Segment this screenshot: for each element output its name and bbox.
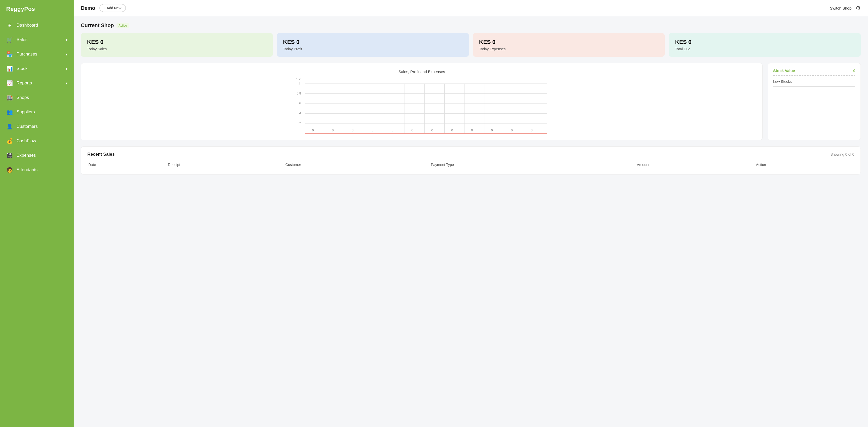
sales-table: Date Receipt Customer Payment Type Amoun… [87,161,854,169]
chevron-down-icon: ▾ [66,67,67,71]
svg-text:0.4: 0.4 [297,111,301,115]
svg-text:1.2: 1.2 [296,78,301,81]
svg-text:0: 0 [332,129,334,132]
shop-name: Demo [81,5,95,11]
sales-header: Recent Sales Showing 0 of 0 [87,152,854,157]
main-content: Demo + Add New Switch Shop ⚙ Current Sho… [74,0,868,427]
stock-value-title: Stock Value 0 [773,68,855,73]
col-payment-type: Payment Type [430,161,636,169]
chart-card: Sales, Profit and Expenses 0 0.2 0.4 0.6… [81,63,763,140]
today-expenses-label: Today Expenses [479,47,659,51]
sidebar-item-sales[interactable]: 🛒 Sales ▾ [0,33,74,47]
sidebar-item-stock[interactable]: 📊 Stock ▾ [0,61,74,76]
today-expenses-amount: KES 0 [479,39,659,45]
current-shop-heading: Current Shop Active [81,23,861,28]
sidebar-item-label: Shops [17,95,29,100]
cashflow-icon: 💰 [6,138,13,144]
svg-text:0: 0 [471,129,473,132]
sidebar-item-dashboard[interactable]: ⊞ Dashboard [0,18,74,33]
sidebar-item-label: CashFlow [17,138,36,143]
stat-card-today-sales: KES 0 Today Sales [81,33,273,57]
sidebar: ReggyPos ⊞ Dashboard 🛒 Sales ▾ 🏪 Purchas… [0,0,74,427]
sidebar-item-customers[interactable]: 👤 Customers [0,119,74,134]
low-stocks-label: Low Stocks [773,79,855,84]
shops-icon: 🏬 [6,95,13,101]
svg-text:0: 0 [300,131,302,135]
sales-icon: 🛒 [6,37,13,43]
sidebar-item-reports[interactable]: 📈 Reports ▾ [0,76,74,90]
expenses-icon: 🎬 [6,152,13,159]
add-new-button[interactable]: + Add New [99,4,126,12]
page-content: Current Shop Active KES 0 Today Sales KE… [74,16,868,427]
attendants-icon: 🧑 [6,167,13,173]
sidebar-item-label: Stock [17,66,28,71]
svg-text:0: 0 [392,129,394,132]
sidebar-item-label: Attendants [17,167,37,172]
sidebar-item-label: Customers [17,124,38,129]
svg-text:0: 0 [312,129,314,132]
sales-chart: 0 0.2 0.4 0.6 0.8 1 1.2 [86,78,757,135]
mid-row: Sales, Profit and Expenses 0 0.2 0.4 0.6… [81,63,861,140]
stats-row: KES 0 Today Sales KES 0 Today Profit KES… [81,33,861,57]
sidebar-item-suppliers[interactable]: 👥 Suppliers [0,105,74,119]
app-logo: ReggyPos [0,0,74,18]
chart-svg-wrap: 0 0.2 0.4 0.6 0.8 1 1.2 [86,78,757,136]
stat-card-today-expenses: KES 0 Today Expenses [473,33,665,57]
sidebar-item-label: Purchases [17,52,37,57]
chevron-down-icon: ▾ [66,38,67,42]
sidebar-item-label: Dashboard [17,23,38,28]
recent-sales-title: Recent Sales [87,152,115,157]
svg-text:0.2: 0.2 [297,121,301,125]
today-sales-label: Today Sales [87,47,267,51]
sidebar-item-label: Expenses [17,153,36,158]
sidebar-item-expenses[interactable]: 🎬 Expenses [0,148,74,163]
sidebar-item-purchases[interactable]: 🏪 Purchases ▾ [0,47,74,61]
stock-divider [773,75,855,76]
sales-table-header-row: Date Receipt Customer Payment Type Amoun… [87,161,854,169]
switch-shop-button[interactable]: Switch Shop [830,6,851,10]
sidebar-item-cashflow[interactable]: 💰 CashFlow [0,134,74,148]
svg-text:1: 1 [299,81,300,85]
settings-gear-icon[interactable]: ⚙ [856,5,861,11]
chart-title: Sales, Profit and Expenses [86,69,757,74]
stock-value-number: 0 [853,68,855,73]
total-due-label: Total Due [675,47,855,51]
col-amount: Amount [636,161,755,169]
today-profit-label: Today Profit [283,47,463,51]
svg-text:0: 0 [531,129,533,132]
sidebar-item-label: Reports [17,80,32,86]
stock-icon: 📊 [6,66,13,72]
purchases-icon: 🏪 [6,51,13,57]
active-badge: Active [117,23,129,28]
col-receipt: Receipt [167,161,284,169]
svg-text:0: 0 [431,129,433,132]
header-right-actions: Switch Shop ⚙ [830,5,861,11]
svg-text:0: 0 [491,129,493,132]
stat-card-total-due: KES 0 Total Due [669,33,861,57]
dashboard-icon: ⊞ [6,22,13,28]
today-profit-amount: KES 0 [283,39,463,45]
showing-count: Showing 0 of 0 [830,152,854,157]
chevron-down-icon: ▾ [66,81,67,85]
chevron-down-icon: ▾ [66,52,67,56]
sales-table-head: Date Receipt Customer Payment Type Amoun… [87,161,854,169]
col-date: Date [87,161,167,169]
sidebar-item-attendants[interactable]: 🧑 Attendants [0,163,74,177]
svg-text:0: 0 [352,129,354,132]
reports-icon: 📈 [6,80,13,86]
stock-card: Stock Value 0 Low Stocks [768,63,861,140]
low-stocks-bar [773,86,855,87]
suppliers-icon: 👥 [6,109,13,115]
col-action: Action [755,161,854,169]
today-sales-amount: KES 0 [87,39,267,45]
sidebar-item-label: Suppliers [17,109,35,114]
col-customer: Customer [284,161,430,169]
svg-text:0: 0 [411,129,413,132]
customers-icon: 👤 [6,123,13,130]
sidebar-item-label: Sales [17,37,28,42]
svg-text:0: 0 [451,129,453,132]
total-due-amount: KES 0 [675,39,855,45]
sidebar-item-shops[interactable]: 🏬 Shops [0,90,74,105]
svg-text:0.8: 0.8 [297,92,301,95]
recent-sales-card: Recent Sales Showing 0 of 0 Date Receipt… [81,146,861,174]
